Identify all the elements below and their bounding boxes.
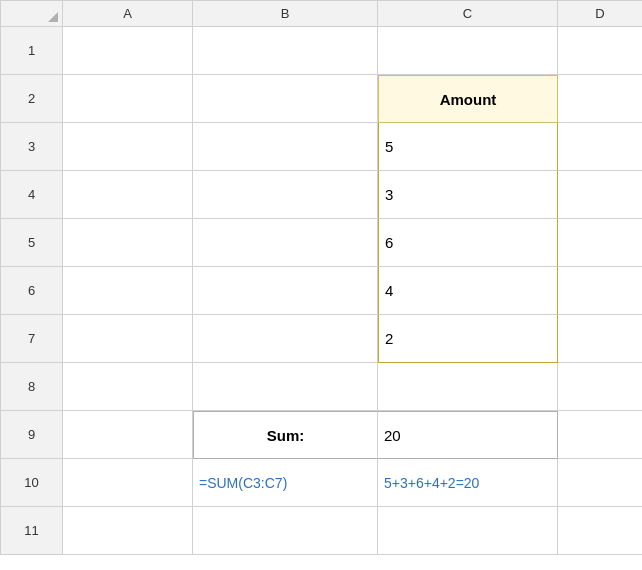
- formula-sum-text: =SUM(C3:C7): [199, 475, 287, 491]
- cell-a3[interactable]: [63, 123, 193, 171]
- formula-expanded-text: 5+3+6+4+2=20: [384, 475, 479, 491]
- row-header-3: 3: [1, 123, 63, 171]
- col-header-d: D: [558, 1, 642, 27]
- cell-b6[interactable]: [193, 267, 378, 315]
- cell-a6[interactable]: [63, 267, 193, 315]
- cell-b8[interactable]: [193, 363, 378, 411]
- cell-c6[interactable]: 4: [378, 267, 558, 315]
- cell-d11[interactable]: [558, 507, 642, 555]
- cell-c2-amount[interactable]: Amount: [378, 75, 558, 123]
- cell-b11[interactable]: [193, 507, 378, 555]
- cell-d7[interactable]: [558, 315, 642, 363]
- row-header-1: 1: [1, 27, 63, 75]
- cell-a7[interactable]: [63, 315, 193, 363]
- col-header-b: B: [193, 1, 378, 27]
- row-header-11: 11: [1, 507, 63, 555]
- cell-a9[interactable]: [63, 411, 193, 459]
- cell-c8[interactable]: [378, 363, 558, 411]
- cell-d6[interactable]: [558, 267, 642, 315]
- row-header-5: 5: [1, 219, 63, 267]
- row-header-8: 8: [1, 363, 63, 411]
- cell-d3[interactable]: [558, 123, 642, 171]
- row-header-4: 4: [1, 171, 63, 219]
- spreadsheet: A B C D 1 2 Amount 3 5 4 3 5 6 6: [0, 0, 642, 570]
- cell-d4[interactable]: [558, 171, 642, 219]
- cell-b2[interactable]: [193, 75, 378, 123]
- cell-b7[interactable]: [193, 315, 378, 363]
- cell-d5[interactable]: [558, 219, 642, 267]
- cell-a1[interactable]: [63, 27, 193, 75]
- cell-a11[interactable]: [63, 507, 193, 555]
- cell-c9-sum-value[interactable]: 20: [378, 411, 558, 459]
- cell-c4[interactable]: 3: [378, 171, 558, 219]
- cell-a2[interactable]: [63, 75, 193, 123]
- cell-a5[interactable]: [63, 219, 193, 267]
- cell-d1[interactable]: [558, 27, 642, 75]
- col-header-c: C: [378, 1, 558, 27]
- cell-a4[interactable]: [63, 171, 193, 219]
- row-header-6: 6: [1, 267, 63, 315]
- cell-c3[interactable]: 5: [378, 123, 558, 171]
- row-header-7: 7: [1, 315, 63, 363]
- corner-cell: [1, 1, 63, 27]
- cell-a8[interactable]: [63, 363, 193, 411]
- cell-c7[interactable]: 2: [378, 315, 558, 363]
- cell-b4[interactable]: [193, 171, 378, 219]
- row-header-2: 2: [1, 75, 63, 123]
- cell-d9[interactable]: [558, 411, 642, 459]
- grid: A B C D 1 2 Amount 3 5 4 3 5 6 6: [0, 0, 642, 555]
- cell-b5[interactable]: [193, 219, 378, 267]
- cell-d8[interactable]: [558, 363, 642, 411]
- cell-c1[interactable]: [378, 27, 558, 75]
- cell-b9-sum-label[interactable]: Sum:: [193, 411, 378, 459]
- row-header-9: 9: [1, 411, 63, 459]
- row-header-10: 10: [1, 459, 63, 507]
- cell-c10-formula[interactable]: 5+3+6+4+2=20: [378, 459, 558, 507]
- cell-c5[interactable]: 6: [378, 219, 558, 267]
- cell-a10[interactable]: [63, 459, 193, 507]
- sum-label-text: Sum:: [267, 427, 305, 444]
- cell-b3[interactable]: [193, 123, 378, 171]
- cell-b10-formula[interactable]: =SUM(C3:C7): [193, 459, 378, 507]
- cell-b1[interactable]: [193, 27, 378, 75]
- cell-d10[interactable]: [558, 459, 642, 507]
- col-header-a: A: [63, 1, 193, 27]
- cell-d2[interactable]: [558, 75, 642, 123]
- cell-c11[interactable]: [378, 507, 558, 555]
